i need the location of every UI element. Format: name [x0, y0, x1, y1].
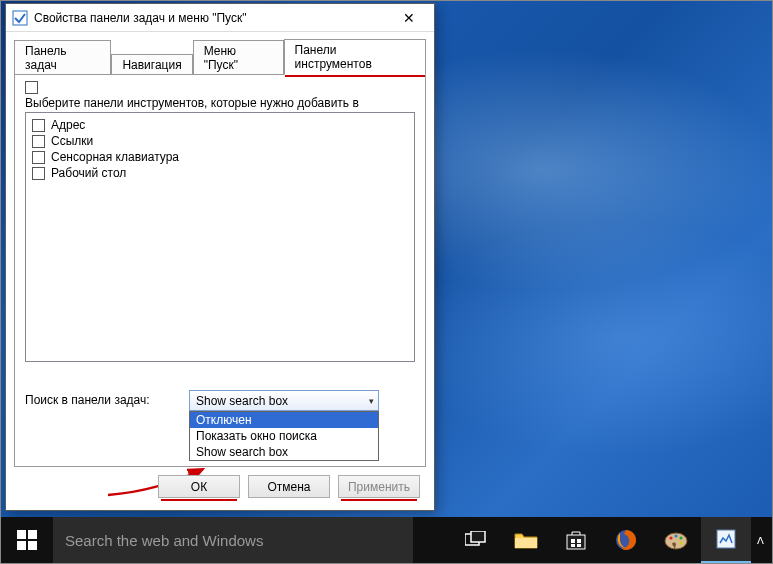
taskbar: Search the web and Windows ᐱ — [1, 517, 772, 563]
checkbox-icon[interactable] — [32, 167, 45, 180]
search-combobox[interactable]: Show search box ▾ — [189, 390, 379, 411]
paint-button[interactable] — [651, 517, 701, 563]
list-item-label: Адрес — [51, 118, 85, 132]
close-button[interactable]: ✕ — [386, 5, 432, 31]
tab-taskbar[interactable]: Панель задач — [14, 40, 111, 75]
svg-rect-8 — [567, 535, 585, 549]
store-icon — [565, 529, 587, 551]
svg-rect-3 — [17, 541, 26, 550]
firefox-button[interactable] — [601, 517, 651, 563]
search-label: Поиск в панели задач: — [25, 390, 175, 407]
taskbar-search[interactable]: Search the web and Windows — [53, 517, 413, 563]
dropdown-option[interactable]: Отключен — [190, 412, 378, 428]
dialog-buttons: ОК Отмена Применить — [6, 475, 434, 510]
tab-toolbars-label: Панели инструментов — [295, 43, 372, 71]
file-explorer-button[interactable] — [501, 517, 551, 563]
tab-content: Выберите панели инструментов, которые ну… — [14, 74, 426, 467]
search-combo-wrap: Show search box ▾ Отключен Показать окно… — [189, 390, 379, 411]
svg-rect-11 — [571, 544, 575, 547]
list-item-label: Ссылки — [51, 134, 93, 148]
ok-button[interactable]: ОК — [158, 475, 240, 498]
dropdown-option[interactable]: Show search box — [190, 444, 378, 460]
folder-icon — [514, 530, 538, 550]
svg-point-17 — [679, 536, 682, 539]
svg-rect-4 — [28, 541, 37, 550]
svg-rect-10 — [577, 539, 581, 543]
checkbox-icon[interactable] — [32, 151, 45, 164]
annotation-underline — [161, 499, 237, 501]
window-title: Свойства панели задач и меню "Пуск" — [34, 11, 380, 25]
ok-label: ОК — [191, 480, 207, 494]
toolbars-listbox[interactable]: Адрес Ссылки Сенсорная клавиатура Рабочи… — [25, 112, 415, 362]
tray-chevron-up-icon[interactable]: ᐱ — [757, 535, 764, 546]
close-icon: ✕ — [403, 10, 415, 26]
search-dropdown[interactable]: Отключен Показать окно поиска Show searc… — [189, 411, 379, 461]
paint-icon — [663, 529, 689, 551]
dropdown-option[interactable]: Показать окно поиска — [190, 428, 378, 444]
window-icon — [12, 10, 28, 26]
list-item[interactable]: Ссылки — [32, 133, 408, 149]
cancel-button[interactable]: Отмена — [248, 475, 330, 498]
start-button[interactable] — [1, 517, 53, 563]
annotation-underline — [341, 499, 417, 501]
task-view-icon — [465, 531, 487, 549]
checkbox-unknown[interactable] — [25, 81, 38, 94]
apply-label: Применить — [348, 480, 410, 494]
list-item-label: Рабочий стол — [51, 166, 126, 180]
svg-rect-12 — [577, 544, 581, 547]
svg-rect-9 — [571, 539, 575, 543]
taskbar-spacer — [413, 517, 451, 563]
svg-point-16 — [674, 534, 677, 537]
search-setting-row: Поиск в панели задач: Show search box ▾ … — [25, 390, 415, 411]
apply-button[interactable]: Применить — [338, 475, 420, 498]
list-item[interactable]: Сенсорная клавиатура — [32, 149, 408, 165]
tab-navigation[interactable]: Навигация — [111, 54, 192, 75]
active-app-button[interactable] — [701, 517, 751, 563]
tab-toolbars[interactable]: Панели инструментов — [284, 39, 426, 75]
titlebar[interactable]: Свойства панели задач и меню "Пуск" ✕ — [6, 4, 434, 32]
svg-rect-1 — [17, 530, 26, 539]
svg-rect-6 — [471, 531, 485, 542]
checkbox-icon[interactable] — [32, 135, 45, 148]
taskbar-properties-dialog: Свойства панели задач и меню "Пуск" ✕ Па… — [5, 3, 435, 511]
checkbox-icon[interactable] — [32, 119, 45, 132]
svg-rect-2 — [28, 530, 37, 539]
app-icon — [715, 528, 737, 550]
svg-point-18 — [679, 541, 682, 544]
search-placeholder-text: Search the web and Windows — [65, 532, 263, 549]
list-item[interactable]: Рабочий стол — [32, 165, 408, 181]
combo-value: Show search box — [196, 394, 288, 408]
system-tray[interactable]: ᐱ — [751, 517, 772, 563]
chevron-down-icon: ▾ — [369, 396, 374, 406]
firefox-icon — [614, 528, 638, 552]
tab-bar: Панель задач Навигация Меню "Пуск" Панел… — [6, 32, 434, 74]
annotation-underline — [285, 75, 425, 77]
list-item[interactable]: Адрес — [32, 117, 408, 133]
svg-rect-19 — [717, 530, 735, 548]
instruction-text: Выберите панели инструментов, которые ну… — [25, 96, 415, 110]
task-view-button[interactable] — [451, 517, 501, 563]
svg-point-15 — [669, 536, 672, 539]
cancel-label: Отмена — [267, 480, 310, 494]
list-item-label: Сенсорная клавиатура — [51, 150, 179, 164]
taskbar-apps — [451, 517, 751, 563]
store-button[interactable] — [551, 517, 601, 563]
windows-icon — [17, 530, 37, 550]
tab-startmenu[interactable]: Меню "Пуск" — [193, 40, 284, 75]
svg-rect-7 — [515, 538, 537, 548]
